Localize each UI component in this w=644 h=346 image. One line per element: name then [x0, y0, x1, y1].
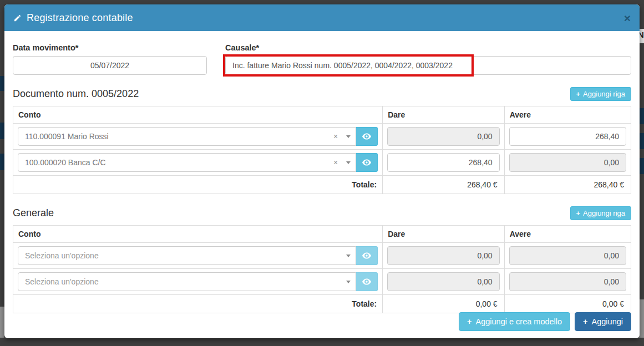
add-row-label: Aggiungi riga	[583, 209, 625, 217]
modal-footer: + Aggiungi e crea modello + Aggiungi	[459, 312, 631, 331]
eye-icon	[362, 159, 371, 166]
caret-down-icon	[346, 161, 351, 164]
plus-icon: +	[576, 90, 581, 98]
column-header-avere: Avere	[504, 106, 631, 124]
add-row-button-documento[interactable]: + Aggiungi riga	[570, 87, 631, 101]
eye-button[interactable]	[356, 153, 378, 172]
backdrop-band	[0, 307, 4, 338]
backdrop-band	[639, 299, 644, 338]
generale-section-title: Generale	[13, 207, 54, 219]
total-dare: 0,00 €	[383, 295, 504, 313]
conto-select[interactable]: 100.000020 Banca C/C ×	[18, 153, 356, 172]
eye-icon	[362, 133, 371, 140]
add-row-label: Aggiungi riga	[583, 90, 625, 98]
backdrop-band	[639, 158, 644, 174]
table-header-row: Conto Dare Avere	[13, 226, 631, 243]
causale-field-group: Causale*	[225, 39, 631, 75]
dare-input[interactable]	[387, 153, 499, 172]
total-avere: 268,40 €	[504, 176, 631, 194]
column-header-dare: Dare	[383, 106, 504, 124]
table-row: Seleziona un'opzione	[13, 269, 631, 295]
backdrop-band	[0, 76, 4, 91]
documento-section-title: Documento num. 0005/2022	[13, 88, 139, 100]
table-header-row: Conto Dare Avere	[13, 106, 631, 124]
eye-button	[356, 246, 378, 265]
registrazione-contabile-modal: Registrazione contabile × Data movimento…	[4, 4, 640, 338]
total-avere: 0,00 €	[504, 295, 631, 313]
table-row: 100.000020 Banca C/C ×	[13, 150, 631, 176]
date-field-group: Data movimento*	[13, 39, 207, 75]
plus-icon: +	[576, 209, 581, 217]
caret-down-icon	[346, 255, 351, 257]
avere-input	[509, 272, 626, 291]
backdrop-band	[639, 108, 644, 124]
causale-input[interactable]	[225, 56, 631, 75]
generale-table: Conto Dare Avere Seleziona un'opzione	[13, 225, 631, 313]
total-label: Totale:	[13, 295, 383, 313]
eye-button	[356, 272, 378, 291]
modal-body: Data movimento* Causale* Documento num. …	[4, 31, 640, 338]
conto-select[interactable]: 110.000091 Mario Rossi ×	[18, 127, 356, 146]
eye-icon	[362, 278, 371, 285]
clear-icon[interactable]: ×	[333, 158, 338, 167]
caret-down-icon	[346, 281, 351, 283]
button-label: Aggiungi	[592, 317, 623, 326]
top-fields-row: Data movimento* Causale*	[13, 39, 631, 75]
eye-button[interactable]	[356, 127, 378, 146]
table-row: Seleziona un'opzione	[13, 243, 631, 269]
avere-input	[509, 153, 626, 172]
plus-icon: +	[583, 317, 587, 326]
dare-input	[387, 127, 499, 146]
conto-select-placeholder: Seleziona un'opzione	[25, 251, 346, 260]
column-header-avere: Avere	[504, 226, 631, 243]
totals-row: Totale: 268,40 € 268,40 €	[13, 176, 631, 194]
backdrop-text-fragment: No	[639, 30, 644, 39]
eye-icon	[362, 252, 371, 259]
conto-select-placeholder: Seleziona un'opzione	[25, 277, 346, 286]
conto-select[interactable]: Seleziona un'opzione	[18, 246, 356, 265]
backdrop-band	[0, 154, 4, 170]
column-header-dare: Dare	[383, 226, 504, 243]
avere-input[interactable]	[509, 127, 626, 146]
aggiungi-e-crea-modello-button[interactable]: + Aggiungi e crea modello	[459, 312, 570, 331]
total-dare: 268,40 €	[383, 176, 504, 194]
modal-header: Registrazione contabile ×	[4, 4, 640, 31]
conto-select-value: 110.000091 Mario Rossi	[25, 132, 333, 141]
documento-table: Conto Dare Avere 110.000091 Mario Rossi …	[13, 106, 631, 194]
caret-down-icon	[346, 135, 351, 138]
total-label: Totale:	[13, 176, 383, 194]
column-header-conto: Conto	[13, 106, 383, 124]
column-header-conto: Conto	[13, 226, 383, 243]
add-row-button-generale[interactable]: + Aggiungi riga	[570, 206, 631, 220]
backdrop-band	[0, 123, 4, 139]
avere-input	[509, 246, 626, 265]
pencil-icon	[13, 14, 22, 22]
conto-select[interactable]: Seleziona un'opzione	[18, 272, 356, 291]
modal-title: Registrazione contabile	[27, 12, 133, 24]
totals-row: Totale: 0,00 € 0,00 €	[13, 295, 631, 313]
backdrop-band: No	[639, 29, 644, 43]
generale-section-head: Generale + Aggiungi riga	[13, 206, 631, 220]
dare-input	[387, 246, 499, 265]
close-icon[interactable]: ×	[624, 12, 631, 24]
conto-select-value: 100.000020 Banca C/C	[25, 158, 333, 167]
documento-section-head: Documento num. 0005/2022 + Aggiungi riga	[13, 87, 631, 101]
causale-input-wrap	[225, 56, 631, 75]
plus-icon: +	[467, 317, 471, 326]
date-field-label: Data movimento*	[13, 43, 207, 52]
button-label: Aggiungi e crea modello	[476, 317, 562, 326]
date-input[interactable]	[13, 56, 207, 75]
dare-input	[387, 272, 499, 291]
table-row: 110.000091 Mario Rossi ×	[13, 124, 631, 150]
clear-icon[interactable]: ×	[333, 132, 338, 141]
backdrop-band	[639, 133, 644, 149]
aggiungi-button[interactable]: + Aggiungi	[575, 312, 631, 331]
causale-field-label: Causale*	[225, 43, 631, 52]
